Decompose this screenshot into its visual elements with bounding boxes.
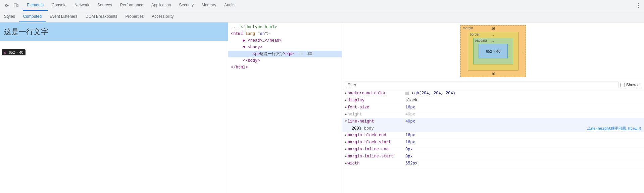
toolbar-icons bbox=[0, 0, 23, 11]
triangle-icon[interactable]: ▶ bbox=[345, 111, 347, 117]
margin-label: margin bbox=[463, 26, 473, 30]
toolbar-icon-group bbox=[0, 1, 23, 9]
triangle-icon[interactable]: ▶ bbox=[345, 104, 347, 110]
content-layer: 652 × 40 bbox=[479, 44, 508, 58]
content-size: 652 × 40 bbox=[486, 49, 500, 53]
dots-icon: ... bbox=[231, 25, 238, 30]
margin-left-val: - bbox=[462, 49, 463, 53]
prop-font-size: ▶ font-size 16px bbox=[342, 104, 644, 111]
line-height-source: body bbox=[364, 126, 374, 132]
prop-name-display: ▶ display bbox=[345, 97, 405, 103]
tab-elements[interactable]: Elements bbox=[23, 0, 48, 11]
tab-accessibility[interactable]: Accessibility bbox=[148, 11, 178, 22]
line-height-percent: 200% bbox=[352, 126, 361, 132]
elements-pane: ... <!doctype html> <html lang="en"> ▶ <… bbox=[228, 22, 342, 193]
prop-value-font-size: 16px bbox=[405, 104, 641, 110]
tree-line-html[interactable]: <html lang="en"> bbox=[228, 31, 342, 37]
prop-margin-inline-end: ▶ margin-inline-end 0px bbox=[342, 146, 644, 153]
svg-rect-0 bbox=[14, 4, 17, 7]
tab-sources[interactable]: Sources bbox=[93, 0, 116, 11]
cursor-icon[interactable] bbox=[3, 1, 11, 9]
prop-background-color: ▶ background-color rgb(204, 204, 204) bbox=[342, 90, 644, 97]
dollar-zero: $0 bbox=[307, 52, 312, 56]
sub-tabs-row: Styles Computed Event Listeners DOM Brea… bbox=[0, 11, 644, 22]
prop-name-margin-inline-end: ▶ margin-inline-end bbox=[345, 146, 405, 152]
line-height-link[interactable]: line-height继承问题.html:9 bbox=[587, 126, 641, 132]
preview-content: 这是一行文字 bbox=[0, 22, 228, 41]
tree-line-html-close[interactable]: </html> bbox=[228, 64, 342, 71]
prop-margin-block-end: ▶ margin-block-end 16px bbox=[342, 132, 644, 139]
head-tag: ▶ <head>…</head> bbox=[243, 38, 282, 43]
prop-height: ▶ height 40px bbox=[342, 111, 644, 118]
filter-row: Show all bbox=[342, 80, 644, 90]
device-icon[interactable] bbox=[12, 1, 20, 9]
tab-audits[interactable]: Audits bbox=[220, 0, 239, 11]
html-tag: <html bbox=[231, 32, 245, 36]
html-close-tag: </html> bbox=[231, 65, 248, 70]
filter-input[interactable] bbox=[345, 82, 618, 88]
prop-name-width: ▶ width bbox=[345, 160, 405, 166]
padding-label: padding bbox=[475, 39, 487, 42]
tree-line-head[interactable]: ▶ <head>…</head> bbox=[228, 37, 342, 44]
tab-memory[interactable]: Memory bbox=[198, 0, 220, 11]
prop-name-background-color: ▶ background-color bbox=[345, 90, 405, 96]
more-icon: ⋮ bbox=[636, 2, 641, 9]
tab-properties[interactable]: Properties bbox=[121, 11, 148, 22]
tree-line-doctype[interactable]: ... <!doctype html> bbox=[228, 24, 342, 31]
prop-line-height: ▼ line-height 40px bbox=[342, 118, 644, 125]
preview-text: 这是一行文字 bbox=[4, 27, 48, 37]
show-all-text: Show all bbox=[626, 83, 641, 87]
tab-event-listeners[interactable]: Event Listeners bbox=[46, 11, 82, 22]
border-top-val: - bbox=[493, 33, 494, 37]
prop-value-margin-block-end: 16px bbox=[405, 132, 641, 138]
prop-name-margin-block-start: ▶ margin-block-start bbox=[345, 139, 405, 145]
tree-line-body[interactable]: ▼ <body> bbox=[228, 44, 342, 51]
prop-value-background-color: rgb(204, 204, 204) bbox=[405, 90, 641, 96]
computed-pane: margin 16 16 - - border - padding - bbox=[342, 22, 644, 193]
prop-name-height: ▶ height bbox=[345, 111, 405, 117]
tab-computed[interactable]: Computed bbox=[19, 11, 46, 22]
tree-line-body-close[interactable]: </body> bbox=[228, 57, 342, 64]
body-close-tag: </body> bbox=[243, 58, 260, 63]
triangle-icon[interactable]: ▶ bbox=[345, 139, 347, 145]
doctype-node: <!doctype html> bbox=[241, 25, 277, 30]
prop-width: ▶ width 652px bbox=[342, 160, 644, 167]
triangle-icon[interactable]: ▶ bbox=[345, 132, 347, 138]
tab-network[interactable]: Network bbox=[70, 0, 93, 11]
margin-right-val: - bbox=[523, 49, 524, 53]
tooltip-size: 652 × 40 bbox=[9, 50, 23, 54]
element-tooltip: p 652 × 40 bbox=[2, 49, 26, 55]
svg-rect-1 bbox=[17, 4, 18, 7]
tab-application[interactable]: Application bbox=[147, 0, 175, 11]
tree-line-p-selected[interactable]: <p>这是一行文字</p> == $0 bbox=[228, 51, 342, 57]
devtools-top-bar: Elements Console Network Sources Perform… bbox=[0, 0, 644, 22]
border-label: border bbox=[470, 33, 480, 36]
body-tag: ▼ <body> bbox=[243, 45, 262, 50]
triangle-icon[interactable]: ▶ bbox=[345, 160, 347, 166]
triangle-icon[interactable]: ▶ bbox=[345, 97, 347, 103]
triangle-icon-expanded[interactable]: ▼ bbox=[345, 118, 347, 125]
padding-top-val: - bbox=[493, 39, 494, 43]
preview-blue-bar: 这是一行文字 bbox=[0, 22, 228, 41]
triangle-icon[interactable]: ▶ bbox=[345, 153, 347, 159]
triangle-icon[interactable]: ▶ bbox=[345, 146, 347, 152]
tab-styles[interactable]: Styles bbox=[0, 11, 19, 22]
tab-performance[interactable]: Performance bbox=[116, 0, 147, 11]
prop-value-display: block bbox=[405, 97, 641, 103]
more-tabs-button[interactable]: ⋮ bbox=[633, 0, 644, 11]
prop-name-font-size: ▶ font-size bbox=[345, 104, 405, 110]
color-swatch[interactable] bbox=[405, 92, 409, 95]
p-tag-close: </p> bbox=[284, 52, 294, 56]
properties-list: ▶ background-color rgb(204, 204, 204) ▶ … bbox=[342, 90, 644, 193]
prop-name-line-height: ▼ line-height bbox=[345, 118, 405, 125]
triangle-icon[interactable]: ▶ bbox=[345, 90, 347, 96]
prop-value-margin-inline-end: 0px bbox=[405, 146, 641, 152]
elements-tree: ... <!doctype html> <html lang="en"> ▶ <… bbox=[228, 22, 342, 193]
show-all-checkbox[interactable] bbox=[621, 83, 625, 87]
tab-security[interactable]: Security bbox=[175, 0, 198, 11]
tab-dom-breakpoints[interactable]: DOM Breakpoints bbox=[82, 11, 121, 22]
prop-value-margin-inline-start: 0px bbox=[405, 153, 641, 159]
box-model: margin 16 16 - - border - padding - bbox=[460, 25, 526, 77]
tab-console[interactable]: Console bbox=[48, 0, 70, 11]
main-tabs-row: Elements Console Network Sources Perform… bbox=[0, 0, 644, 11]
